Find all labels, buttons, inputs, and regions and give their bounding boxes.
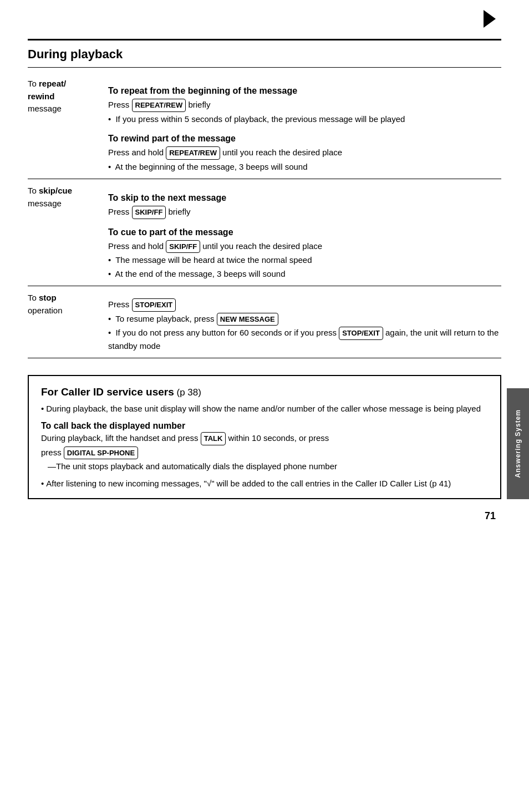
top-divider <box>28 39 501 40</box>
label-repeat-rewind: To repeat/rewindmessage <box>28 72 108 179</box>
line-press-repeat-rew: Press REPEAT/REW briefly <box>108 99 501 112</box>
btn-digital-sp-phone: DIGITAL SP-PHONE <box>64 446 138 460</box>
callback-line-before: During playback, lift the handset and pr… <box>41 433 201 443</box>
callback-btn2-line: press DIGITAL SP-PHONE <box>41 446 488 460</box>
top-arrow-icon <box>484 10 496 28</box>
section-title-divider <box>28 67 501 68</box>
caller-id-title-suffix: (p 38) <box>174 387 201 398</box>
subsection-cue-part: To cue to part of the message Press and … <box>108 226 501 281</box>
callback-heading: To call back the displayed number <box>41 421 488 431</box>
btn-repeat-rew-2: REPEAT/REW <box>166 146 220 160</box>
table-row: To stopoperation Press STOP/EXIT To resu… <box>28 286 501 358</box>
line-press-hold-skip-ff: Press and hold SKIP/FF until you reach t… <box>108 240 501 253</box>
page-number: 71 <box>0 499 529 522</box>
heading-rewind-part: To rewind part of the message <box>108 132 501 145</box>
line-press-hold-repeat-rew: Press and hold REPEAT/REW until you reac… <box>108 146 501 160</box>
caller-id-title: For Caller ID service users (p 38) <box>41 386 488 398</box>
caller-id-bullet-1: During playback, the base unit display w… <box>41 404 488 413</box>
page-container: During playback To repeat/rewindmessage … <box>0 0 529 812</box>
caller-id-title-text: For Caller ID service users <box>41 386 174 398</box>
table-row: To skip/cuemessage To skip to the next m… <box>28 179 501 286</box>
heading-repeat-beginning: To repeat from the beginning of the mess… <box>108 84 501 98</box>
section-title: During playback <box>28 47 501 62</box>
heading-cue-part: To cue to part of the message <box>108 226 501 239</box>
subsection-stop: Press STOP/EXIT To resume playback, pres… <box>108 298 501 352</box>
subsection-skip-next: To skip to the next message Press SKIP/F… <box>108 191 501 219</box>
bullet-60seconds: If you do not press any button for 60 se… <box>108 327 501 352</box>
content-repeat-rewind: To repeat from the beginning of the mess… <box>108 72 501 179</box>
btn-stop-exit-1: STOP/EXIT <box>132 298 176 312</box>
main-content: During playback To repeat/rewindmessage … <box>0 47 529 358</box>
bullet-resume-playback: To resume playback, press NEW MESSAGE <box>108 313 501 326</box>
bottom-divider-row <box>28 358 501 359</box>
btn-repeat-rew-1: REPEAT/REW <box>132 99 186 112</box>
btn-talk: TALK <box>201 432 226 445</box>
btn-skip-ff-2: SKIP/FF <box>166 240 200 253</box>
side-tab-text: Answering System <box>514 409 522 478</box>
callback-line-middle: within 10 seconds, or press <box>226 433 329 443</box>
content-skip-cue: To skip to the next message Press SKIP/F… <box>108 179 501 286</box>
subsection-rewind-part: To rewind part of the message Press and … <box>108 132 501 173</box>
callback-dash-line: —The unit stops playback and automatical… <box>41 460 488 473</box>
label-stop-operation: To stopoperation <box>28 286 108 358</box>
bullet-3beeps-beginning: At the beginning of the message, 3 beeps… <box>108 161 501 174</box>
table-row: To repeat/rewindmessage To repeat from t… <box>28 72 501 179</box>
subsection-repeat-beginning: To repeat from the beginning of the mess… <box>108 84 501 125</box>
bullet-twice-speed: The message will be heard at twice the n… <box>108 254 501 267</box>
label-skip-cue: To skip/cuemessage <box>28 179 108 286</box>
btn-skip-ff-1: SKIP/FF <box>132 206 166 219</box>
instruction-table: To repeat/rewindmessage To repeat from t… <box>28 72 501 358</box>
caller-id-box: For Caller ID service users (p 38) Durin… <box>28 375 501 499</box>
line-press-stop-exit: Press STOP/EXIT <box>108 298 501 312</box>
bullet-3beeps-end: At the end of the message, 3 beeps will … <box>108 268 501 281</box>
dash-line-text: —The unit stops playback and automatical… <box>48 460 488 473</box>
btn-new-message: NEW MESSAGE <box>217 313 278 326</box>
content-stop-operation: Press STOP/EXIT To resume playback, pres… <box>108 286 501 358</box>
bullet-5seconds: If you press within 5 seconds of playbac… <box>108 113 501 126</box>
caller-id-bullet-2: After listening to new incoming messages… <box>41 479 488 488</box>
side-tab: Answering System <box>507 388 529 499</box>
callback-line: During playback, lift the handset and pr… <box>41 432 488 445</box>
heading-skip-next: To skip to the next message <box>108 191 501 205</box>
line-press-skip-ff: Press SKIP/FF briefly <box>108 206 501 219</box>
btn-stop-exit-2: STOP/EXIT <box>339 327 383 340</box>
callback-section: To call back the displayed number During… <box>41 421 488 473</box>
